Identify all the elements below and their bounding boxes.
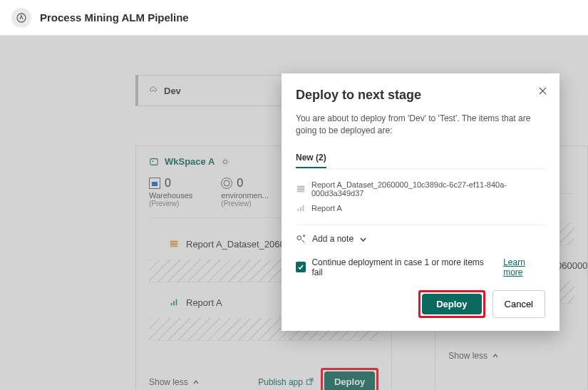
modal-description: You are about to deploy from 'Dev' to 'T…: [296, 113, 545, 137]
page-title: Process Mining ALM Pipeline: [40, 11, 189, 24]
modal-tabs: New (2): [296, 148, 545, 169]
svg-rect-24: [303, 205, 304, 211]
svg-rect-23: [300, 207, 301, 211]
close-icon: [538, 86, 547, 96]
dataset-icon: [296, 184, 306, 194]
modal-deploy-button[interactable]: Deploy: [422, 294, 481, 314]
chevron-down-icon: [359, 235, 367, 243]
close-button[interactable]: [535, 83, 550, 98]
add-note-toggle[interactable]: Add a note: [296, 234, 545, 245]
modal-item-dataset: Report A_Dataset_2060000_10c389dc-6c27-e…: [296, 178, 545, 200]
report-icon: [296, 203, 306, 213]
svg-rect-19: [297, 185, 305, 188]
deploy-modal: Deploy to next stage You are about to de…: [282, 73, 559, 331]
continue-on-fail-row[interactable]: Continue deployment in case 1 or more it…: [296, 257, 545, 277]
modal-cancel-button[interactable]: Cancel: [492, 290, 545, 318]
svg-point-25: [297, 235, 301, 240]
pipeline-icon: [11, 8, 31, 28]
app-header: Process Mining ALM Pipeline: [0, 0, 588, 36]
svg-rect-20: [297, 188, 305, 190]
svg-rect-21: [297, 190, 305, 192]
tab-new[interactable]: New (2): [296, 148, 326, 168]
checkbox-label: Continue deployment in case 1 or more it…: [311, 257, 489, 277]
modal-deploy-highlight: Deploy: [418, 290, 485, 318]
modal-item-report: Report A: [296, 200, 545, 216]
svg-rect-22: [298, 208, 299, 211]
modal-footer: Deploy Cancel: [296, 290, 545, 318]
divider: [296, 225, 545, 225]
note-icon: [296, 234, 306, 245]
modal-title: Deploy to next stage: [296, 88, 545, 103]
checkbox-checked-icon[interactable]: [296, 262, 306, 272]
learn-more-link[interactable]: Learn more: [503, 257, 545, 277]
